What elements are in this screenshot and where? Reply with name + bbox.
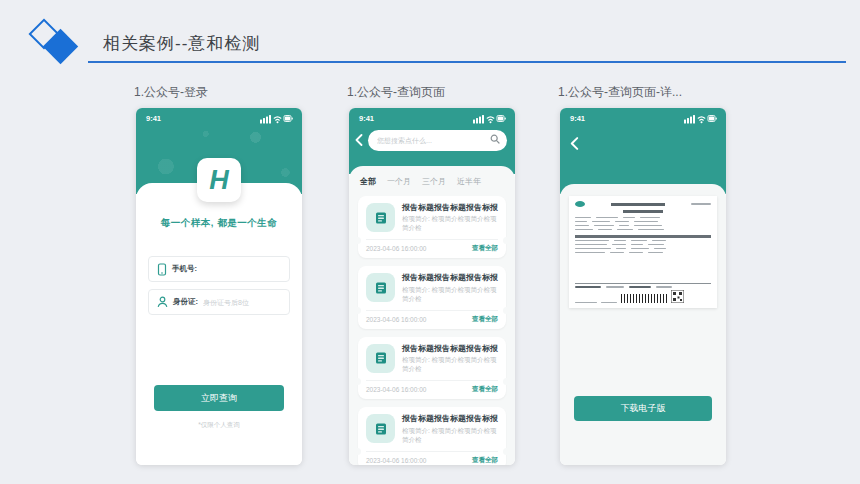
phone-number-input[interactable] xyxy=(202,266,281,273)
qr-code-icon xyxy=(671,290,684,303)
tab-three-months[interactable]: 三个月 xyxy=(422,176,446,187)
report-subtitle: 检项简介: 检项简介检项简介检项简介检 xyxy=(402,427,498,445)
login-note: *仅限个人查询 xyxy=(136,421,302,430)
report-doc-icon xyxy=(366,344,395,373)
report-title-bar xyxy=(611,203,665,206)
report-subtitle: 检项简介: 检项简介检项简介检项简介检 xyxy=(402,215,498,233)
report-number-bar xyxy=(691,203,711,205)
filter-tabs: 全部 一个月 三个月 近半年 xyxy=(360,176,504,187)
search-input[interactable] xyxy=(368,130,507,151)
lab-logo-icon xyxy=(575,201,585,207)
id-card-input[interactable] xyxy=(203,299,281,306)
signal-wifi-battery-icon xyxy=(260,113,293,124)
report-title: 报告标题报告标题报告标报 xyxy=(402,344,498,354)
header-divider xyxy=(88,61,846,63)
status-bar: 9:41 xyxy=(560,108,726,124)
search-icon[interactable] xyxy=(490,134,500,144)
status-time: 9:41 xyxy=(359,114,374,123)
report-title: 报告标题报告标题报告标报 xyxy=(402,273,498,283)
query-now-button[interactable]: 立即查询 xyxy=(154,385,284,411)
report-doc-icon xyxy=(366,203,395,232)
caption-detail: 1.公众号-查询页面-详... xyxy=(558,84,682,101)
slide-title: 相关案例--意和检测 xyxy=(103,32,260,55)
status-icons xyxy=(684,110,717,128)
phone-number-label: 手机号: xyxy=(172,264,197,274)
login-card: 每一个样本, 都是一个生命 手机号: 身份证: 立即查询 *仅限个人查询 xyxy=(136,183,302,465)
search-box[interactable] xyxy=(368,129,507,151)
report-title: 报告标题报告标题报告标报 xyxy=(402,203,498,213)
caption-login: 1.公众号-登录 xyxy=(134,84,208,101)
view-all-link[interactable]: 查看全部 xyxy=(472,244,498,253)
tab-one-month[interactable]: 一个月 xyxy=(387,176,411,187)
report-date: 2023-04-06 16:00:00 xyxy=(366,457,426,464)
mobile-phone-icon xyxy=(157,263,167,276)
view-all-link[interactable]: 查看全部 xyxy=(472,456,498,465)
login-slogan: 每一个样本, 都是一个生命 xyxy=(136,217,302,230)
report-date: 2023-04-06 16:00:00 xyxy=(366,316,426,323)
query-header: 9:41 xyxy=(349,108,515,174)
phone-number-field[interactable]: 手机号: xyxy=(148,256,290,282)
status-time: 9:41 xyxy=(570,114,585,123)
card-divider xyxy=(366,451,498,452)
person-icon xyxy=(157,296,168,308)
report-card[interactable]: 报告标题报告标题报告标报 检项简介: 检项简介检项简介检项简介检 2023-04… xyxy=(358,266,506,328)
signal-wifi-battery-icon xyxy=(473,113,506,124)
back-chevron-icon[interactable] xyxy=(355,134,363,146)
status-icons xyxy=(473,110,506,128)
phone-query-screen: 9:41 xyxy=(349,108,515,465)
signal-wifi-battery-icon xyxy=(684,113,717,124)
back-chevron-icon[interactable] xyxy=(570,137,579,150)
report-preview[interactable] xyxy=(569,196,717,308)
status-bar: 9:41 xyxy=(136,108,302,124)
download-ebook-button[interactable]: 下载电子版 xyxy=(574,396,712,421)
report-doc-icon xyxy=(366,414,395,443)
report-table-header xyxy=(575,235,711,238)
report-title: 报告标题报告标题报告标报 xyxy=(402,414,498,424)
phone-login-screen: 9:41 H 每一个样本, 都是一个生命 xyxy=(136,108,302,465)
status-time: 9:41 xyxy=(146,114,161,123)
report-date: 2023-04-06 16:00:00 xyxy=(366,245,426,252)
caption-query: 1.公众号-查询页面 xyxy=(347,84,445,101)
report-card[interactable]: 报告标题报告标题报告标报 检项简介: 检项简介检项简介检项简介检 2023-04… xyxy=(358,196,506,258)
report-card[interactable]: 报告标题报告标题报告标报 检项简介: 检项简介检项简介检项简介检 2023-04… xyxy=(358,337,506,399)
view-all-link[interactable]: 查看全部 xyxy=(472,315,498,324)
report-preview-header xyxy=(575,201,711,207)
view-all-link[interactable]: 查看全部 xyxy=(472,385,498,394)
query-content: 全部 一个月 三个月 近半年 报告标题报告标题报告标报 检项简介: 检项简介检项… xyxy=(349,166,515,465)
status-bar: 9:41 xyxy=(349,108,515,124)
tab-half-year[interactable]: 近半年 xyxy=(457,176,481,187)
report-subtitle: 检项简介: 检项简介检项简介检项简介检 xyxy=(402,356,498,374)
detail-content: 下载电子版 xyxy=(560,184,726,465)
detail-header: 9:41 xyxy=(560,108,726,194)
report-preview-footer xyxy=(575,283,711,303)
report-date: 2023-04-06 16:00:00 xyxy=(366,386,426,393)
report-subtitle-bar xyxy=(623,210,663,213)
report-subtitle: 检项简介: 检项简介检项简介检项简介检 xyxy=(402,286,498,304)
phone-detail-screen: 9:41 xyxy=(560,108,726,465)
tab-all[interactable]: 全部 xyxy=(360,176,376,187)
card-divider xyxy=(366,239,498,240)
report-doc-icon xyxy=(366,273,395,302)
id-card-label: 身份证: xyxy=(173,297,198,307)
app-logo: H xyxy=(197,158,241,202)
app-logo-letter: H xyxy=(209,165,229,196)
id-card-field[interactable]: 身份证: xyxy=(148,289,290,315)
card-divider xyxy=(366,380,498,381)
status-icons xyxy=(260,110,293,128)
barcode xyxy=(621,294,667,303)
report-card[interactable]: 报告标题报告标题报告标报 检项简介: 检项简介检项简介检项简介检 2023-04… xyxy=(358,407,506,465)
card-divider xyxy=(366,310,498,311)
